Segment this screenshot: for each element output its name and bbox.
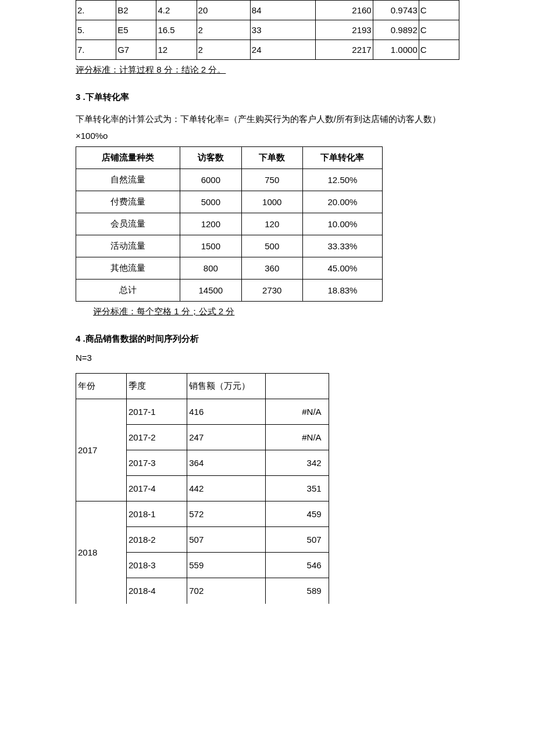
cell: 572 — [187, 501, 266, 527]
cell: 702 — [187, 578, 266, 604]
cell: 16.5 — [156, 20, 197, 40]
table-row: 5. E5 16.5 2 33 2193 0.9892 C — [76, 20, 459, 40]
year-cell: 2017 — [76, 399, 127, 501]
cell: 0.9743 — [373, 1, 419, 20]
cell: 24 — [250, 40, 315, 60]
cell: 33.33% — [302, 235, 382, 257]
col-header: 访客数 — [180, 147, 241, 169]
cell: 247 — [187, 425, 266, 450]
cell: 0.9892 — [373, 20, 419, 40]
cell: 会员流量 — [76, 213, 180, 235]
table-header-row: 店铺流量种类 访客数 下单数 下单转化率 — [76, 147, 383, 169]
cell: 18.83% — [302, 280, 382, 302]
cell: 2017-1 — [126, 399, 187, 425]
cell: 120 — [241, 213, 302, 235]
col-header: 下单转化率 — [302, 147, 382, 169]
cell: 500 — [241, 235, 302, 257]
cell: 2018-4 — [126, 578, 187, 604]
cell: C — [419, 20, 459, 40]
scoring-note-2: 评分标准：每个空格 1 分；公式 2 分 — [76, 306, 459, 317]
cell: 2193 — [315, 20, 373, 40]
document-page: 2. B2 4.2 20 84 2160 0.9743 C 5. E5 16.5… — [0, 0, 535, 639]
cell: C — [419, 1, 459, 20]
cell: #N/A — [265, 425, 329, 450]
cell: 1.0000 — [373, 40, 419, 60]
cell: 360 — [241, 257, 302, 280]
scoring-note-1: 评分标准：计算过程 8 分：结论 2 分。 — [76, 65, 459, 76]
cell: 33 — [250, 20, 315, 40]
cell: 559 — [187, 553, 266, 578]
cell: 2018-3 — [126, 553, 187, 578]
cell: 442 — [187, 476, 266, 501]
table-row: 7. G7 12 2 24 2217 1.0000 C — [76, 40, 459, 60]
cell: 84 — [250, 1, 315, 20]
cell: 活动流量 — [76, 235, 180, 257]
table-row: 2017 2017-1 416 #N/A — [76, 399, 329, 425]
cell: 507 — [187, 527, 266, 553]
cell: 10.00% — [302, 213, 382, 235]
cell: 6000 — [180, 169, 241, 191]
cell: 45.00% — [302, 257, 382, 280]
cell: 7. — [76, 40, 116, 60]
cell: 416 — [187, 399, 266, 425]
cell: 507 — [265, 527, 329, 553]
time-series-table: 年份 季度 销售额（万元） 2017 2017-1 416 #N/A 2017-… — [76, 373, 329, 604]
cell: 2 — [197, 40, 250, 60]
n3-label: N=3 — [76, 353, 459, 363]
cell: C — [419, 40, 459, 60]
cell: 20.00% — [302, 191, 382, 213]
cell: 750 — [241, 169, 302, 191]
cell: 20 — [197, 1, 250, 20]
table-row: 其他流量 800 360 45.00% — [76, 257, 383, 280]
cell: 800 — [180, 257, 241, 280]
cell: 546 — [265, 553, 329, 578]
cell: 2018-1 — [126, 501, 187, 527]
cell: 459 — [265, 501, 329, 527]
cell: 12 — [156, 40, 197, 60]
cell: 2160 — [315, 1, 373, 20]
conversion-table: 店铺流量种类 访客数 下单数 下单转化率 自然流量 6000 750 12.50… — [76, 146, 383, 302]
section-3-heading: 3 .下单转化率 — [76, 92, 459, 103]
col-header: 下单数 — [241, 147, 302, 169]
cell: 2. — [76, 1, 116, 20]
cell: 14500 — [180, 280, 241, 302]
year-cell: 2018 — [76, 501, 127, 604]
cell: 2017-2 — [126, 425, 187, 450]
table-row: 2018 2018-1 572 459 — [76, 501, 329, 527]
cell: 总计 — [76, 280, 180, 302]
cell: 2017-4 — [126, 476, 187, 501]
cell: 1000 — [241, 191, 302, 213]
table-row: 总计 14500 2730 18.83% — [76, 280, 383, 302]
col-header — [265, 374, 329, 399]
cell: 2 — [197, 20, 250, 40]
table-row: 会员流量 1200 120 10.00% — [76, 213, 383, 235]
table-header-row: 年份 季度 销售额（万元） — [76, 374, 329, 399]
col-header: 店铺流量种类 — [76, 147, 180, 169]
section-3-para: 下单转化率的计算公式为：下单转化率=（产生购买行为的客户人数/所有到达店铺的访客… — [76, 111, 459, 144]
col-header: 年份 — [76, 374, 127, 399]
cell: 1500 — [180, 235, 241, 257]
cell: E5 — [116, 20, 156, 40]
cell: 589 — [265, 578, 329, 604]
cell: 其他流量 — [76, 257, 180, 280]
cell: 2730 — [241, 280, 302, 302]
abc-table: 2. B2 4.2 20 84 2160 0.9743 C 5. E5 16.5… — [76, 0, 459, 60]
cell: 2017-3 — [126, 450, 187, 476]
cell: 342 — [265, 450, 329, 476]
table-row: 自然流量 6000 750 12.50% — [76, 169, 383, 191]
cell: 12.50% — [302, 169, 382, 191]
cell: 351 — [265, 476, 329, 501]
cell: 364 — [187, 450, 266, 476]
table-row: 2. B2 4.2 20 84 2160 0.9743 C — [76, 1, 459, 20]
cell: 付费流量 — [76, 191, 180, 213]
cell: 2018-2 — [126, 527, 187, 553]
cell: 5. — [76, 20, 116, 40]
cell: 5000 — [180, 191, 241, 213]
cell: 自然流量 — [76, 169, 180, 191]
section-4-heading: 4 .商品销售数据的时间序列分析 — [76, 334, 459, 345]
cell: 1200 — [180, 213, 241, 235]
abc-table-body: 2. B2 4.2 20 84 2160 0.9743 C 5. E5 16.5… — [76, 1, 459, 60]
cell: 2217 — [315, 40, 373, 60]
table-row: 活动流量 1500 500 33.33% — [76, 235, 383, 257]
cell: 4.2 — [156, 1, 197, 20]
